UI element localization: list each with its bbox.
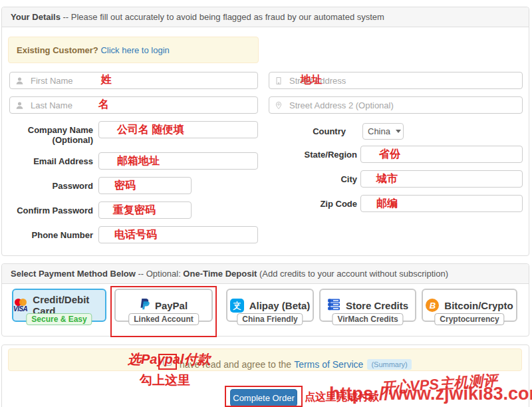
last-name-wrapper [9,96,258,114]
annotation-company: 公司名 随便填 [117,123,184,137]
city-label: City [271,174,357,184]
country-value: China [368,126,390,136]
street-address-input[interactable] [289,76,517,86]
country-label: Country [279,126,346,136]
country-select[interactable]: China [362,123,404,140]
annotation-check-here: 勾上这里 [140,372,190,389]
payment-header: Select Payment Method Below -- Optional:… [2,264,529,284]
annotation-state: 省份 [379,148,400,162]
first-name-input[interactable] [31,76,252,86]
user-icon [15,76,24,85]
annotation-confirm-password: 重复密码 [113,204,156,217]
server-stack-icon [327,299,340,313]
terms-summary-badge[interactable]: (Summary) [367,359,411,370]
chevron-down-icon [396,130,401,133]
alipay-icon [230,299,244,313]
payment-tile-alipay-label: Alipay (Beta) [249,300,311,311]
payment-tile-store-credits-label: Store Credits [346,300,408,311]
your-details-title: Your Details [11,12,61,22]
terms-of-service-link[interactable]: Terms of Service [294,359,363,370]
payment-tile-bitcoin-label: Bitcoin/Crypto [444,300,513,311]
password-label: Password [7,181,93,191]
password-wrapper [98,177,192,194]
payment-header-title: Select Payment Method Below [11,269,136,279]
complete-order-button[interactable]: Complete Order [230,389,297,406]
user-icon [15,101,24,110]
first-name-wrapper [9,72,258,89]
annotation-zip: 邮编 [376,197,398,211]
annotation-last-name: 名 [98,98,109,112]
checkout-page: Your Details -- Please fill out accurate… [0,0,532,407]
state-label: State/Region [271,150,357,160]
annotation-email: 邮箱地址 [117,154,160,168]
company-name-label: Company Name (Optional) [7,125,93,145]
phone-label: Phone Number [7,230,93,240]
virmach-credits-badge: VirMach Credits [332,313,403,325]
building-icon [275,76,283,85]
last-name-input[interactable] [31,100,252,110]
your-details-subtitle: -- Please fill out accurately to avoid b… [61,12,384,22]
zip-label: Zip Code [271,199,357,209]
annotation-first-name: 姓 [101,73,112,87]
annotation-click-complete: 点这里完成付款 [305,390,379,404]
linked-account-badge: Linked Account [128,313,199,325]
visa-mastercard-icon: VISA [13,299,27,313]
confirm-password-label: Confirm Password [7,205,93,215]
street-address2-input[interactable] [289,100,517,110]
secure-easy-badge: Secure & Easy [26,313,92,325]
terms-text: have read and agree to the Terms of Serv… [180,359,412,370]
annotation-choose-paypal: 选Paypal付款 [128,350,210,368]
payment-header-deposit: One-Time Deposit [183,269,257,279]
map-pin-icon [275,101,283,110]
china-friendly-badge: China Friendly [237,313,303,325]
payment-tile-paypal-label: PayPal [155,300,188,311]
annotation-street-address: 地址 [301,73,322,87]
your-details-header: Your Details -- Please fill out accurate… [2,7,529,27]
email-label: Email Address [7,156,93,166]
annotation-password: 密码 [114,179,136,193]
annotation-phone: 电话号码 [114,228,157,242]
existing-customer-alert: Existing Customer? Click here to login [8,37,259,63]
cryptocurrency-badge: Cryptocurrency [434,313,504,325]
annotation-city: 城市 [376,172,398,186]
street-address2-wrapper [269,96,523,114]
existing-customer-label: Existing Customer? [17,45,98,55]
paypal-icon [140,299,150,313]
login-link[interactable]: Click here to login [100,45,169,55]
bitcoin-icon: B [426,299,439,312]
